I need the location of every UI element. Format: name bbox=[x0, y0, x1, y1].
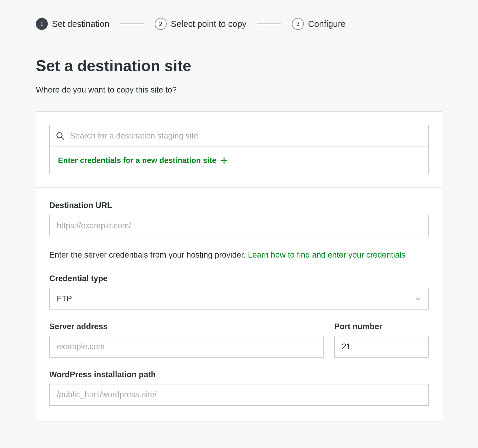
step-number: 2 bbox=[155, 18, 167, 30]
step-set-destination[interactable]: 1 Set destination bbox=[36, 18, 109, 30]
credentials-helper-text: Enter the server credentials from your h… bbox=[49, 249, 429, 261]
field-port-number: Port number bbox=[334, 322, 429, 358]
credential-type-label: Credential type bbox=[49, 274, 429, 283]
step-configure[interactable]: 3 Configure bbox=[292, 18, 346, 30]
step-label: Configure bbox=[308, 19, 346, 29]
new-destination-label: Enter credentials for a new destination … bbox=[58, 156, 216, 165]
learn-credentials-link[interactable]: Learn how to find and enter your credent… bbox=[248, 250, 405, 259]
search-icon bbox=[56, 131, 65, 140]
search-wrap bbox=[49, 125, 429, 147]
field-credential-type: Credential type FTP bbox=[49, 274, 429, 310]
wizard-stepper: 1 Set destination 2 Select point to copy… bbox=[36, 18, 442, 30]
step-label: Set destination bbox=[52, 19, 109, 29]
step-number: 1 bbox=[36, 18, 48, 30]
page-subtitle: Where do you want to copy this site to? bbox=[36, 85, 442, 95]
port-number-input[interactable] bbox=[334, 336, 429, 358]
field-destination-url: Destination URL bbox=[49, 201, 429, 236]
destination-search-card: Enter credentials for a new destination … bbox=[36, 111, 442, 188]
step-separator bbox=[257, 24, 281, 24]
credentials-form: Destination URL Enter the server credent… bbox=[36, 188, 442, 421]
server-address-label: Server address bbox=[49, 322, 324, 331]
helper-text-before: Enter the server credentials from your h… bbox=[49, 250, 248, 259]
svg-line-1 bbox=[61, 137, 63, 139]
step-separator bbox=[120, 24, 144, 24]
plus-icon bbox=[220, 157, 228, 164]
port-number-label: Port number bbox=[334, 322, 429, 331]
field-wp-install-path: WordPress installation path bbox=[49, 370, 429, 406]
destination-url-label: Destination URL bbox=[49, 201, 429, 210]
destination-search-input[interactable] bbox=[70, 125, 422, 147]
credential-type-select[interactable]: FTP bbox=[49, 288, 429, 310]
wp-install-path-input[interactable] bbox=[49, 384, 429, 406]
enter-credentials-new-destination[interactable]: Enter credentials for a new destination … bbox=[49, 147, 429, 174]
step-number: 3 bbox=[292, 18, 304, 30]
page-title: Set a destination site bbox=[36, 57, 442, 75]
field-server-address: Server address bbox=[49, 322, 324, 358]
step-select-point[interactable]: 2 Select point to copy bbox=[155, 18, 246, 30]
server-address-input[interactable] bbox=[49, 336, 324, 358]
wp-install-path-label: WordPress installation path bbox=[49, 370, 429, 379]
destination-url-input[interactable] bbox=[49, 215, 429, 236]
step-label: Select point to copy bbox=[171, 19, 246, 29]
